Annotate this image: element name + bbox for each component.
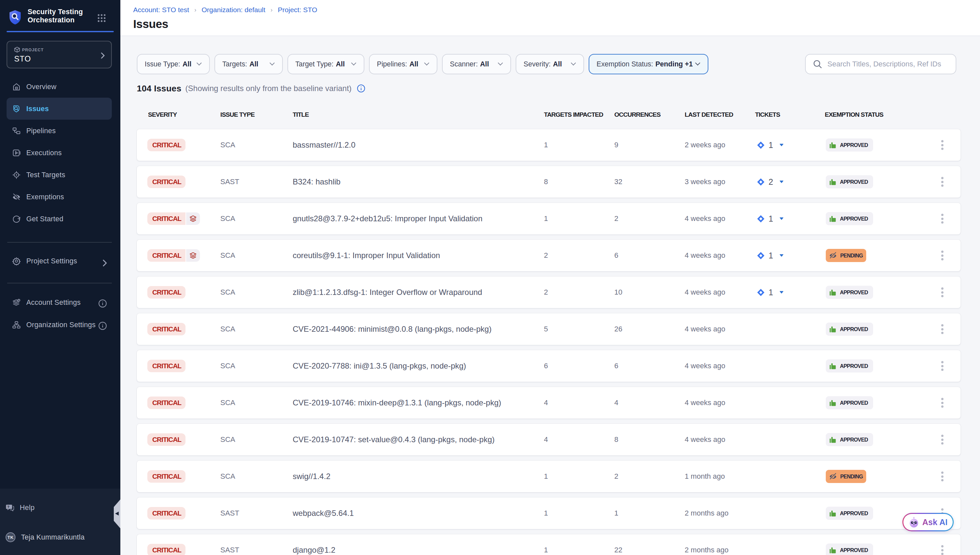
svg-text:?: ? (7, 505, 10, 509)
